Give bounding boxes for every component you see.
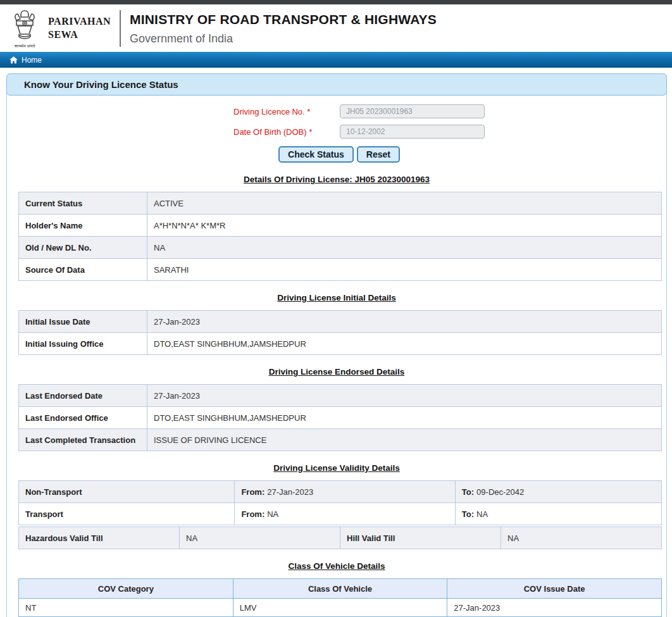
form-row-dob: Date Of Birth (DOB) *: [7, 125, 666, 139]
validity-section-title: Driving License Validity Details: [7, 463, 666, 473]
header-divider: [120, 10, 121, 47]
nav-home-link[interactable]: Home: [22, 56, 42, 65]
row-value: ISSUE OF DRIVING LICENCE: [147, 429, 662, 451]
dl-number-label: Driving Licence No. *: [233, 107, 340, 116]
table-row: Initial Issue Date 27-Jan-2023: [19, 311, 662, 333]
row-value: 27-Jan-2023: [147, 385, 662, 407]
hazardous-value: NA: [180, 527, 340, 549]
browser-top-strip: [0, 0, 672, 4]
ashoka-emblem-icon: [11, 9, 38, 41]
hazardous-label: Hazardous Valid Till: [19, 527, 180, 549]
details-section-title: Details Of Driving License: JH05 2023000…: [7, 175, 666, 184]
government-subtitle: Government of India: [130, 32, 437, 46]
cov-class-cell: LMV: [233, 599, 447, 617]
main-navbar: Home: [0, 52, 672, 68]
table-row: Current Status ACTIVE: [19, 192, 662, 215]
to-label: To:: [462, 487, 474, 497]
to-value: NA: [476, 509, 488, 519]
table-row: Hazardous Valid Till NA Hill Valid Till …: [19, 527, 662, 549]
row-value: DTO,EAST SINGHBHUM,JAMSHEDPUR: [147, 407, 662, 429]
cov-category-cell: NT: [19, 599, 233, 617]
row-value: NA: [147, 237, 662, 259]
row-label: Transport: [19, 503, 235, 525]
row-label: Current Status: [19, 192, 147, 215]
cov-header-class: Class Of Vehicle: [233, 579, 447, 599]
home-icon: [9, 56, 18, 64]
form-buttons: Check Status Reset: [7, 146, 666, 163]
cov-header-row: COV Category Class Of Vehicle COV Issue …: [19, 579, 662, 599]
india-emblem: सत्यमेव जयते: [9, 9, 40, 48]
cov-table: COV Category Class Of Vehicle COV Issue …: [18, 578, 662, 617]
table-row: Transport From:NA To:NA: [19, 503, 662, 525]
table-row: Initial Issuing Office DTO,EAST SINGHBHU…: [19, 333, 662, 355]
row-value: A*H*N*N*A* K*M*R: [147, 215, 662, 237]
row-label: Initial Issuing Office: [19, 333, 147, 355]
from-label: From:: [241, 487, 264, 497]
brand-line2: SEWA: [48, 28, 115, 42]
row-label: Non-Transport: [19, 481, 235, 503]
row-value: 27-Jan-2023: [147, 311, 662, 333]
table-row: Last Endorsed Date 27-Jan-2023: [19, 385, 662, 407]
hill-label: Hill Valid Till: [340, 527, 501, 549]
row-label: Last Endorsed Date: [19, 385, 147, 407]
table-row: Holder's Name A*H*N*N*A* K*M*R: [19, 215, 662, 237]
to-label: To:: [462, 509, 474, 519]
emblem-caption: सत्यमेव जयते: [9, 44, 40, 48]
to-value: 09-Dec-2042: [476, 487, 524, 497]
table-row: NT LMV 27-Jan-2023: [19, 599, 662, 617]
from-label: From:: [241, 509, 264, 519]
site-header: सत्यमेव जयते PARIVAHAN SEWA MINISTRY OF …: [0, 4, 672, 52]
status-panel: Know Your Driving Licence Status Driving…: [6, 73, 667, 617]
validity-table: Non-Transport From:27-Jan-2023 To:09-Dec…: [18, 480, 662, 525]
row-label: Initial Issue Date: [19, 311, 147, 333]
check-status-button[interactable]: Check Status: [278, 146, 354, 163]
validity-from-cell: From:27-Jan-2023: [235, 481, 455, 503]
table-row: Old / New DL No. NA: [19, 237, 662, 259]
dob-input[interactable]: [340, 125, 485, 139]
brand-line1: PARIVAHAN: [48, 15, 115, 28]
initial-details-table: Initial Issue Date 27-Jan-2023 Initial I…: [18, 310, 662, 355]
row-label: Source Of Data: [19, 259, 147, 281]
table-row: Source Of Data SARATHI: [19, 259, 662, 281]
brand-name: PARIVAHAN SEWA: [48, 15, 115, 42]
endorsed-details-table: Last Endorsed Date 27-Jan-2023 Last Endo…: [18, 384, 662, 451]
cov-issue-date-cell: 27-Jan-2023: [447, 599, 662, 617]
hazardous-hill-table: Hazardous Valid Till NA Hill Valid Till …: [18, 527, 662, 549]
dl-number-input[interactable]: [340, 104, 485, 118]
row-label: Last Completed Transaction: [19, 429, 147, 451]
table-row: Non-Transport From:27-Jan-2023 To:09-Dec…: [19, 481, 662, 503]
ministry-block: MINISTRY OF ROAD TRANSPORT & HIGHWAYS Go…: [130, 11, 437, 46]
row-label: Old / New DL No.: [19, 237, 147, 259]
reset-button[interactable]: Reset: [357, 146, 400, 163]
hill-value: NA: [501, 527, 662, 549]
row-value: DTO,EAST SINGHBHUM,JAMSHEDPUR: [147, 333, 662, 355]
cov-header-issue-date: COV Issue Date: [447, 579, 662, 599]
dl-status-form: Driving Licence No. * Date Of Birth (DOB…: [7, 96, 666, 163]
validity-to-cell: To:09-Dec-2042: [455, 481, 661, 503]
from-value: 27-Jan-2023: [267, 487, 313, 497]
table-row: Last Completed Transaction ISSUE OF DRIV…: [19, 429, 662, 451]
validity-from-cell: From:NA: [235, 503, 455, 525]
cov-section-title: Class Of Vehicle Details: [7, 561, 666, 571]
row-label: Last Endorsed Office: [19, 407, 147, 429]
cov-header-category: COV Category: [19, 579, 233, 599]
initial-section-title: Driving License Initial Details: [7, 293, 666, 302]
table-row: Last Endorsed Office DTO,EAST SINGHBHUM,…: [19, 407, 662, 429]
from-value: NA: [267, 509, 278, 519]
endorsed-section-title: Driving License Endorsed Details: [7, 367, 666, 377]
row-value: ACTIVE: [147, 192, 662, 215]
dob-label: Date Of Birth (DOB) *: [233, 127, 340, 137]
row-label: Holder's Name: [19, 215, 147, 237]
panel-title: Know Your Driving Licence Status: [6, 73, 667, 96]
form-row-dl-number: Driving Licence No. *: [7, 104, 666, 118]
details-table: Current Status ACTIVE Holder's Name A*H*…: [18, 192, 662, 281]
row-value: SARATHI: [147, 259, 662, 281]
ministry-title: MINISTRY OF ROAD TRANSPORT & HIGHWAYS: [130, 12, 437, 27]
validity-to-cell: To:NA: [455, 503, 661, 525]
